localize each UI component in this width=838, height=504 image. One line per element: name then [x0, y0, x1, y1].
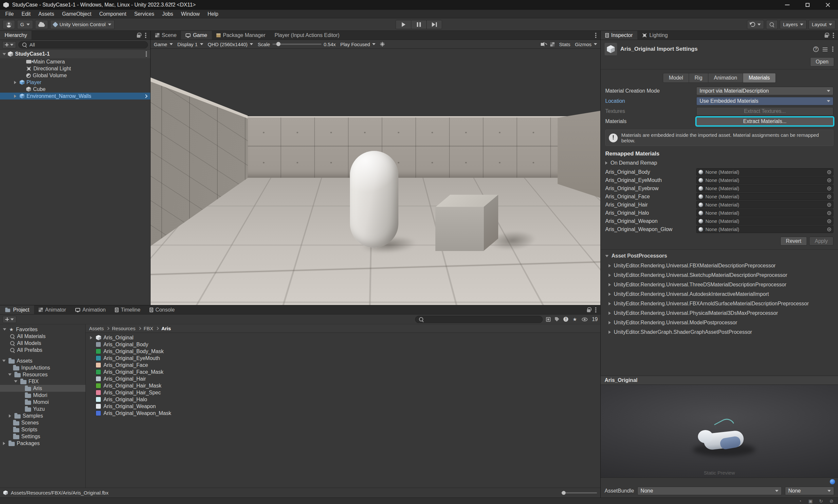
menu-gameobject[interactable]: GameObject [58, 10, 95, 18]
object-picker-icon[interactable] [827, 178, 831, 182]
tab-inspector[interactable]: Inspector [601, 31, 637, 40]
file-row[interactable]: Aris_Original_Hair_Spec [86, 389, 600, 396]
lock-icon[interactable] [137, 35, 140, 38]
object-picker-icon[interactable] [827, 211, 831, 215]
status-refresh-icon[interactable]: ↻ [818, 499, 824, 504]
maximize-button[interactable] [798, 0, 818, 10]
material-creation-mode-dropdown[interactable]: Import via MaterialDescription [696, 87, 834, 95]
expand-arrow-icon[interactable] [3, 442, 5, 445]
extract-materials-button[interactable]: Extract Materials... [696, 117, 834, 126]
menu-help[interactable]: Help [203, 10, 222, 18]
tree-item-samples[interactable]: Samples [0, 412, 86, 419]
tab-animator[interactable]: Animator [34, 305, 71, 314]
tab-lighting[interactable]: Lighting [637, 31, 672, 40]
hierarchy-add-button[interactable] [2, 41, 16, 49]
material-object-field[interactable]: None (Material) [696, 217, 834, 225]
kebab-menu-icon[interactable] [595, 309, 596, 310]
tab-game[interactable]: Game [181, 31, 212, 40]
game-mode-dropdown[interactable]: Game [154, 41, 173, 47]
postprocessor-row[interactable]: UnityEditor.ShaderGraph.ShaderGraphAsset… [601, 327, 838, 337]
postprocessor-row[interactable]: UnityEditor.Rendering.Universal.Autodesk… [601, 289, 838, 299]
file-row[interactable]: Aris_Original_Body_Mask [86, 348, 600, 355]
foldout-open-icon[interactable] [14, 380, 17, 382]
postprocessor-row[interactable]: UnityEditor.Rendering.Universal.Physical… [601, 308, 838, 318]
file-row[interactable]: Aris_Original_Body [86, 341, 600, 348]
gizmos-dropdown[interactable]: Gizmos [575, 41, 597, 47]
favorite-all-prefabs[interactable]: All Prefabs [0, 346, 86, 354]
tree-item-yuzu[interactable]: Yuzu [0, 406, 86, 412]
hierarchy-item-directional-light[interactable]: Directional Light [0, 65, 150, 72]
breadcrumb-resources[interactable]: Resources [112, 326, 136, 331]
hidden-packages-eye-icon[interactable] [582, 318, 588, 321]
tree-item-assets[interactable]: Assets [0, 357, 86, 364]
lock-icon[interactable] [824, 35, 828, 38]
file-row[interactable]: Aris_Original_Halo [86, 396, 600, 403]
thumbnail-size-handle[interactable] [562, 491, 566, 495]
material-object-field[interactable]: None (Material) [696, 168, 834, 176]
expand-arrow-icon[interactable] [608, 302, 611, 305]
menu-jobs[interactable]: Jobs [158, 10, 177, 18]
search-by-label-icon[interactable] [555, 317, 559, 321]
menu-services[interactable]: Services [130, 10, 158, 18]
tree-item-packages[interactable]: Packages [0, 440, 86, 447]
postprocessor-row[interactable]: UnityEditor.Rendering.Universal.FBXArnol… [601, 299, 838, 308]
tree-item-fbx[interactable]: FBX [0, 378, 86, 385]
cloud-org-dropdown[interactable]: G [17, 20, 33, 29]
minimize-button[interactable] [777, 0, 798, 10]
capture-icon[interactable] [550, 42, 554, 47]
postprocessor-row[interactable]: UnityEditor.Rendering.Universal.ModelPos… [601, 318, 838, 327]
hierarchy-item-environment-narrow-walls[interactable]: Environment_Narrow_Walls [0, 93, 150, 100]
tab-hierarchy[interactable]: Hierarchy [0, 31, 32, 40]
tab-project[interactable]: Project [0, 305, 34, 314]
expand-arrow-icon[interactable] [608, 330, 611, 334]
project-search-input[interactable] [415, 316, 543, 323]
expand-arrow-icon[interactable] [608, 283, 611, 286]
alert-icon[interactable] [563, 317, 568, 322]
preview-options-icon[interactable] [830, 479, 835, 484]
tree-item-midori[interactable]: Midori [0, 392, 86, 399]
search-by-type-icon[interactable] [546, 317, 551, 322]
object-picker-icon[interactable] [827, 195, 831, 199]
open-prefab-arrow-icon[interactable] [144, 94, 147, 98]
hierarchy-item-cube[interactable]: Cube [0, 86, 150, 93]
foldout-open-icon[interactable] [2, 360, 5, 362]
menu-edit[interactable]: Edit [18, 10, 35, 18]
kebab-menu-icon[interactable] [145, 35, 146, 36]
tab-player-input-actions[interactable]: Player (Input Actions Editor) [270, 31, 344, 40]
breadcrumb-aris[interactable]: Aris [161, 326, 171, 331]
revert-button[interactable]: Revert [780, 237, 807, 246]
tree-item-scenes[interactable]: Scenes [0, 419, 86, 426]
on-demand-remap-foldout[interactable]: On Demand Remap [601, 159, 838, 168]
help-icon[interactable] [813, 47, 819, 52]
tree-item-settings[interactable]: Settings [0, 433, 86, 440]
expand-arrow-icon[interactable] [605, 161, 608, 165]
kebab-menu-icon[interactable] [832, 49, 834, 50]
file-row[interactable]: Aris_Original_Weapon [86, 403, 600, 410]
expand-arrow-icon[interactable] [608, 321, 611, 324]
layout-dropdown[interactable]: Layout [808, 20, 835, 29]
favorite-all-materials[interactable]: All Materials [0, 333, 86, 340]
breadcrumb-assets[interactable]: Assets [89, 326, 104, 331]
kebab-menu-icon[interactable] [833, 35, 834, 36]
expand-arrow-icon[interactable] [14, 94, 16, 98]
expand-arrow-icon[interactable] [14, 81, 16, 84]
display-dropdown[interactable]: Display 1 [177, 41, 203, 47]
favorite-star-icon[interactable] [572, 317, 577, 322]
stats-button[interactable]: Stats [559, 41, 570, 47]
version-control-dropdown[interactable]: Unity Version Control [50, 20, 114, 29]
scene-header-row[interactable]: StudyCase1-1 [0, 50, 150, 58]
tab-rig[interactable]: Rig [689, 73, 708, 83]
assetbundle-variant-dropdown[interactable]: None [785, 487, 834, 495]
favorite-all-models[interactable]: All Models [0, 340, 86, 346]
file-row[interactable]: Aris_Original_Face_Mask [86, 368, 600, 375]
status-progress-icon[interactable]: ◔ [798, 499, 803, 504]
material-object-field[interactable]: None (Material) [696, 226, 834, 233]
object-picker-icon[interactable] [827, 170, 831, 174]
expand-arrow-icon[interactable] [608, 264, 611, 267]
open-button[interactable]: Open [810, 57, 834, 67]
cloud-button[interactable] [35, 20, 48, 29]
tab-materials[interactable]: Materials [743, 73, 776, 83]
foldout-open-icon[interactable] [605, 255, 608, 257]
breadcrumb-fbx[interactable]: FBX [144, 326, 153, 331]
tree-item-resources[interactable]: Resources [0, 371, 86, 378]
